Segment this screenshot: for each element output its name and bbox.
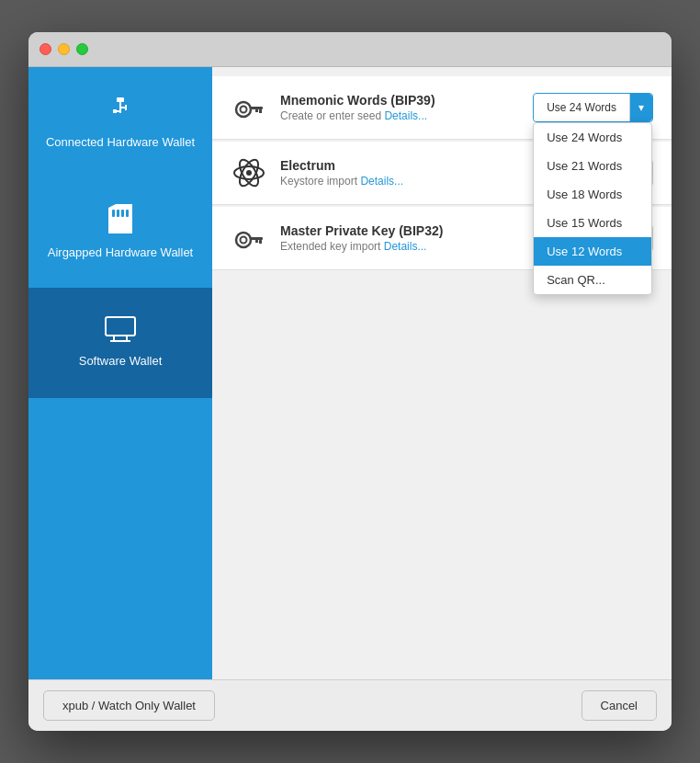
window-body: Connected Hardware Wallet Airgapped Hard… <box>28 67 672 679</box>
master-key-desc: Extended key import Details... <box>280 240 572 253</box>
sidebar: Connected Hardware Wallet Airgapped Hard… <box>28 67 212 679</box>
svg-rect-5 <box>113 109 117 113</box>
svg-rect-0 <box>117 97 124 102</box>
dropdown-item-15[interactable]: Use 15 Words <box>534 209 651 237</box>
svg-rect-7 <box>117 210 119 217</box>
sidebar-item-airgapped-hardware[interactable]: Airgapped Hardware Wallet <box>28 177 212 288</box>
chevron-down-icon: ▾ <box>638 101 644 114</box>
word-count-dropdown-button[interactable]: ▾ <box>630 94 652 121</box>
svg-rect-16 <box>250 107 263 109</box>
maximize-button[interactable] <box>76 43 88 55</box>
mnemonic-action: Use 24 Words ▾ Use 24 Words Use 21 Words… <box>533 93 653 122</box>
svg-rect-27 <box>255 240 258 243</box>
dropdown-item-scan-qr[interactable]: Scan QR... <box>534 266 651 294</box>
monitor-icon <box>105 316 136 347</box>
dropdown-item-12[interactable]: Use 12 Words <box>534 237 651 266</box>
close-button[interactable] <box>40 43 51 55</box>
master-key-title: Master Private Key (BIP32) <box>280 223 572 238</box>
main-content: Mnemonic Words (BIP39) Create or enter s… <box>212 67 672 679</box>
sidebar-label-connected-hardware: Connected Hardware Wallet <box>46 135 195 151</box>
mnemonic-info: Mnemonic Words (BIP39) Create or enter s… <box>280 93 533 122</box>
window-footer: xpub / Watch Only Wallet Cancel <box>28 679 672 731</box>
master-key-info: Master Private Key (BIP32) Extended key … <box>280 223 572 253</box>
use-24-words-button[interactable]: Use 24 Words <box>534 94 630 121</box>
mnemonic-key-icon <box>231 89 267 126</box>
wallet-option-mnemonic: Mnemonic Words (BIP39) Create or enter s… <box>212 76 672 140</box>
mnemonic-desc: Create or enter seed Details... <box>280 109 533 122</box>
svg-rect-26 <box>259 240 262 244</box>
svg-point-22 <box>246 170 252 176</box>
sidebar-item-connected-hardware[interactable]: Connected Hardware Wallet <box>28 67 212 177</box>
svg-rect-17 <box>259 109 262 113</box>
xpub-watch-only-button[interactable]: xpub / Watch Only Wallet <box>43 690 215 721</box>
mnemonic-details-link[interactable]: Details... <box>384 109 427 122</box>
sd-icon <box>108 204 132 238</box>
electrum-details-link[interactable]: Details... <box>360 175 403 188</box>
usb-icon <box>106 94 135 128</box>
svg-point-23 <box>236 233 251 247</box>
svg-point-14 <box>236 102 251 117</box>
svg-rect-10 <box>106 317 135 336</box>
master-key-details-link[interactable]: Details... <box>384 240 427 253</box>
svg-rect-25 <box>250 237 263 240</box>
svg-rect-8 <box>121 210 124 217</box>
word-count-dropdown-menu: Use 24 Words Use 21 Words Use 18 Words U… <box>533 122 652 295</box>
svg-rect-18 <box>255 109 258 112</box>
svg-rect-9 <box>126 210 129 217</box>
dropdown-item-24[interactable]: Use 24 Words <box>534 123 651 152</box>
dropdown-item-18[interactable]: Use 18 Words <box>534 180 651 209</box>
master-key-icon <box>231 220 267 256</box>
electrum-icon <box>231 154 267 191</box>
mnemonic-title: Mnemonic Words (BIP39) <box>280 93 533 108</box>
sidebar-item-software-wallet[interactable]: Software Wallet <box>28 288 212 398</box>
svg-point-24 <box>241 237 247 244</box>
cancel-button[interactable]: Cancel <box>581 690 657 721</box>
mnemonic-word-button-group: Use 24 Words ▾ <box>533 93 653 122</box>
dropdown-item-21[interactable]: Use 21 Words <box>534 152 651 180</box>
main-window: Connected Hardware Wallet Airgapped Hard… <box>28 32 672 731</box>
svg-point-15 <box>241 107 247 113</box>
sidebar-label-airgapped-hardware: Airgapped Hardware Wallet <box>48 245 193 261</box>
sidebar-label-software-wallet: Software Wallet <box>79 354 163 370</box>
titlebar <box>28 32 672 67</box>
minimize-button[interactable] <box>58 43 70 55</box>
svg-rect-6 <box>112 210 115 217</box>
traffic-lights <box>40 43 88 55</box>
